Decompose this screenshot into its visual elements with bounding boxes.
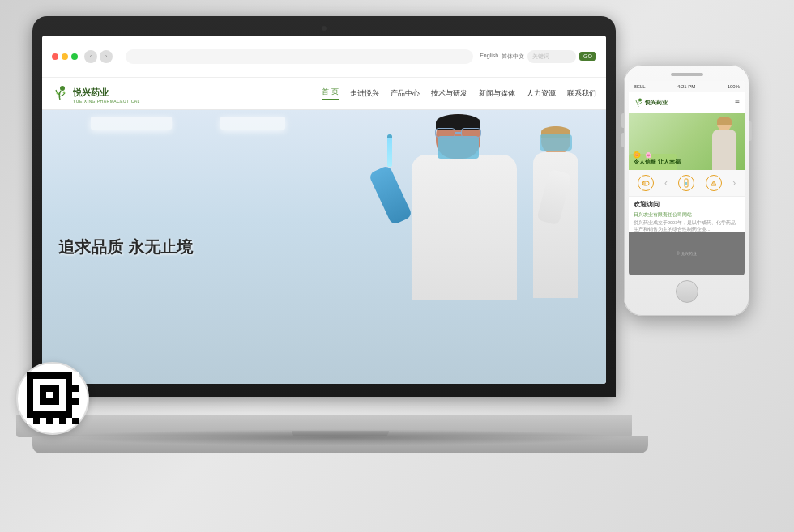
phone-product-icon-1 xyxy=(641,178,651,188)
phone-slogan-overlay: 令人信服 让人幸福 xyxy=(634,152,681,167)
phone-product-row: ‹ › xyxy=(632,175,741,191)
site-navbar: 悦兴药业 YUE XING PHARMACEUTICAL 首 页 走进悦兴 产品… xyxy=(42,78,606,110)
phone-logo: 悦兴药业 xyxy=(634,98,668,108)
nav-item-contact[interactable]: 联系我们 xyxy=(567,88,596,99)
nav-item-news[interactable]: 新闻与媒体 xyxy=(479,88,515,99)
browser-url-bar[interactable] xyxy=(126,49,473,64)
lab-tube xyxy=(387,134,392,167)
phone-product-next[interactable]: › xyxy=(732,177,736,189)
phone-site-header: 悦兴药业 ≡ xyxy=(629,92,745,113)
nav-item-tech[interactable]: 技术与研发 xyxy=(431,88,467,99)
svg-point-2 xyxy=(63,91,66,93)
phone-side-btn-2 xyxy=(621,133,624,147)
go-button[interactable]: GO xyxy=(579,52,596,61)
laptop: ‹ › English 简体中文 关键词 xyxy=(32,16,648,470)
phone-time: 4:21 PM xyxy=(677,84,695,89)
nav-item-products[interactable]: 产品中心 xyxy=(391,88,420,99)
phone-product-2[interactable] xyxy=(678,175,694,191)
phone-side-btn-1 xyxy=(621,113,624,128)
lab-light-1 xyxy=(91,117,172,130)
phone-carrier: BELL xyxy=(634,84,646,89)
mobile-phone: BELL 4:21 PM 100% 悦兴药业 xyxy=(624,65,749,316)
logo-svg xyxy=(52,85,70,103)
hero-bg: 追求品质 永无止境 xyxy=(42,110,606,384)
browser-dot-red[interactable] xyxy=(52,53,58,60)
doctor-glove-left xyxy=(369,164,413,225)
browser-dot-green[interactable] xyxy=(71,53,78,60)
laptop-camera xyxy=(322,26,327,31)
phone-outer: BELL 4:21 PM 100% 悦兴药业 xyxy=(624,65,749,316)
phone-hero-image: 🌼 🌸 令人信服 让人幸福 xyxy=(629,113,745,170)
nav-item-home[interactable]: 首 页 xyxy=(322,87,339,100)
phone-welcome-subtitle: 日兴农业有限责任公司网站 xyxy=(634,211,740,219)
laptop-screen: ‹ › English 简体中文 关键词 xyxy=(42,36,606,384)
svg-rect-24 xyxy=(642,181,646,185)
site-logo-subtext: YUE XING PHARMACEUTICAL xyxy=(73,99,140,104)
phone-product-1[interactable] xyxy=(638,175,654,191)
lang-chinese[interactable]: 简体中文 xyxy=(502,53,524,61)
phone-welcome-title: 欢迎访问 xyxy=(634,200,740,209)
qr-code xyxy=(16,362,89,435)
phone-home-button[interactable] xyxy=(676,280,698,303)
phone-side-btn-power xyxy=(749,121,752,141)
phone-footer-section: © 悦兴药业 xyxy=(629,232,745,275)
browser-nav: ‹ › xyxy=(84,50,113,63)
website: ‹ › English 简体中文 关键词 xyxy=(42,36,606,384)
doctor-coat xyxy=(412,155,517,300)
phone-product-icon-3 xyxy=(709,178,719,188)
phone-footer-text: © 悦兴药业 xyxy=(677,251,697,256)
phone-product-prev[interactable]: ‹ xyxy=(664,177,668,189)
browser-back[interactable]: ‹ xyxy=(84,50,97,63)
phone-hero-slogan: 令人信服 让人幸福 xyxy=(634,159,681,164)
browser-controls xyxy=(52,53,78,60)
hero-text-overlay: 追求品质 永无止境 xyxy=(58,236,193,258)
browser-forward[interactable]: › xyxy=(100,50,113,63)
phone-footer-bg: © 悦兴药业 xyxy=(629,232,745,275)
phone-status-bar: BELL 4:21 PM 100% xyxy=(629,81,745,92)
site-nav: 首 页 走进悦兴 产品中心 技术与研发 新闻与媒体 人力资源 联系我们 xyxy=(322,87,596,100)
logo-text-block: 悦兴药业 YUE XING PHARMACEUTICAL xyxy=(73,84,140,104)
nav-item-about[interactable]: 走进悦兴 xyxy=(350,88,379,99)
doctor-figure xyxy=(363,110,574,296)
phone-product-icon-2 xyxy=(681,178,691,188)
doctor-mask xyxy=(438,136,479,159)
phone-speaker xyxy=(671,73,703,76)
svg-point-0 xyxy=(60,86,65,91)
svg-point-22 xyxy=(638,98,642,101)
phone-logo-text: 悦兴药业 xyxy=(645,99,668,107)
site-logo: 悦兴药业 YUE XING PHARMACEUTICAL xyxy=(52,84,140,104)
browser-search-box: 关键词 GO xyxy=(527,50,596,63)
svg-point-1 xyxy=(57,92,59,94)
phone-welcome-section: 欢迎访问 日兴农业有限责任公司网站 悦兴药业成立于2003年，是以中成药、化学药… xyxy=(629,196,745,232)
laptop-shadow xyxy=(57,429,624,445)
lab-light-2 xyxy=(220,117,285,130)
lang-options: English 简体中文 xyxy=(480,53,524,61)
phone-battery: 100% xyxy=(728,84,740,89)
hero-slogan: 追求品质 永无止境 xyxy=(58,238,193,256)
browser-dot-yellow[interactable] xyxy=(62,53,68,60)
laptop-screen-outer: ‹ › English 简体中文 关键词 xyxy=(32,16,616,397)
qr-inner xyxy=(27,372,79,424)
search-placeholder: 关键词 xyxy=(532,53,549,61)
site-logo-text: 悦兴药业 xyxy=(73,87,109,97)
phone-screen: BELL 4:21 PM 100% 悦兴药业 xyxy=(629,81,745,275)
site-hero: 追求品质 永无止境 xyxy=(42,110,606,384)
logo-icon xyxy=(52,85,70,103)
scene: ‹ › English 简体中文 关键词 xyxy=(0,0,794,532)
phone-product-icons: ‹ › xyxy=(629,170,745,196)
browser-search-input[interactable]: 关键词 xyxy=(527,50,576,63)
phone-product-3[interactable] xyxy=(706,175,722,191)
doctor-glasses xyxy=(435,128,481,138)
svg-rect-26 xyxy=(685,182,687,185)
phone-child-figure xyxy=(709,115,740,170)
browser-chrome: ‹ › English 简体中文 关键词 xyxy=(42,36,606,78)
lang-english[interactable]: English xyxy=(480,53,498,61)
phone-menu-icon[interactable]: ≡ xyxy=(735,98,740,107)
phone-logo-icon xyxy=(634,98,643,108)
nav-item-hr[interactable]: 人力资源 xyxy=(527,88,556,99)
